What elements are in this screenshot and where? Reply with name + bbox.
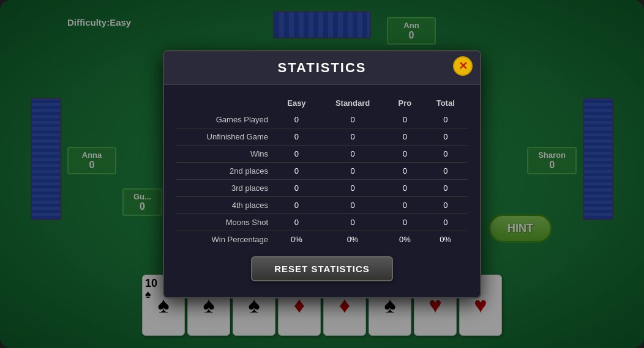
table-row: 2nd places 0 0 0 0 xyxy=(176,162,468,179)
col-pro: Pro xyxy=(386,95,423,111)
table-row: Games Played 0 0 0 0 xyxy=(176,111,468,128)
modal-overlay: STATISTICS ✕ Easy Standard Pro Total xyxy=(0,0,644,348)
table-row: Unfinished Game 0 0 0 0 xyxy=(176,128,468,145)
row-easy: 0% xyxy=(274,231,319,248)
statistics-table: Easy Standard Pro Total Games Played 0 0… xyxy=(176,95,468,248)
row-pro: 0% xyxy=(386,231,423,248)
reset-statistics-button[interactable]: RESET STATISTICS xyxy=(251,256,392,281)
row-easy: 0 xyxy=(274,162,319,179)
row-standard: 0% xyxy=(319,231,386,248)
row-pro: 0 xyxy=(386,162,423,179)
row-total: 0 xyxy=(424,213,468,231)
row-pro: 0 xyxy=(386,128,423,145)
row-standard: 0 xyxy=(319,196,386,213)
statistics-table-body: Games Played 0 0 0 0 Unfinished Game 0 0… xyxy=(176,111,468,248)
row-label: 3rd places xyxy=(176,179,274,196)
row-label: 2nd places xyxy=(176,162,274,179)
row-easy: 0 xyxy=(274,145,319,162)
row-total: 0 xyxy=(424,162,468,179)
table-row: Moons Shot 0 0 0 0 xyxy=(176,213,468,231)
row-pro: 0 xyxy=(386,196,423,213)
row-easy: 0 xyxy=(274,128,319,145)
row-label: Wins xyxy=(176,145,274,162)
statistics-modal: STATISTICS ✕ Easy Standard Pro Total xyxy=(163,50,481,298)
row-standard: 0 xyxy=(319,213,386,231)
row-label: Unfinished Game xyxy=(176,128,274,145)
close-button[interactable]: ✕ xyxy=(453,56,473,76)
modal-title: STATISTICS xyxy=(277,60,366,75)
close-icon: ✕ xyxy=(459,61,468,72)
row-pro: 0 xyxy=(386,111,423,128)
row-total: 0 xyxy=(424,128,468,145)
row-total: 0 xyxy=(424,196,468,213)
row-easy: 0 xyxy=(274,196,319,213)
row-total: 0% xyxy=(424,231,468,248)
table-row: Win Percentage 0% 0% 0% 0% xyxy=(176,231,468,248)
row-standard: 0 xyxy=(319,111,386,128)
device-frame: Difficulty:Easy Ann 0 Anna 0 Sharon 0 Gu… xyxy=(0,0,644,348)
row-standard: 0 xyxy=(319,145,386,162)
row-label: Win Percentage xyxy=(176,231,274,248)
row-standard: 0 xyxy=(319,128,386,145)
row-total: 0 xyxy=(424,179,468,196)
col-easy: Easy xyxy=(274,95,319,111)
col-standard: Standard xyxy=(319,95,386,111)
table-header-row: Easy Standard Pro Total xyxy=(176,95,468,111)
row-total: 0 xyxy=(424,145,468,162)
table-row: 4th places 0 0 0 0 xyxy=(176,196,468,213)
row-easy: 0 xyxy=(274,111,319,128)
row-standard: 0 xyxy=(319,179,386,196)
modal-body: Easy Standard Pro Total Games Played 0 0… xyxy=(164,85,480,297)
row-label: Moons Shot xyxy=(176,213,274,231)
row-easy: 0 xyxy=(274,213,319,231)
row-easy: 0 xyxy=(274,179,319,196)
row-label: 4th places xyxy=(176,196,274,213)
col-label xyxy=(176,95,274,111)
table-row: 3rd places 0 0 0 0 xyxy=(176,179,468,196)
reset-button-row: RESET STATISTICS xyxy=(176,248,468,287)
row-pro: 0 xyxy=(386,213,423,231)
modal-header: STATISTICS ✕ xyxy=(164,51,480,85)
row-pro: 0 xyxy=(386,145,423,162)
row-total: 0 xyxy=(424,111,468,128)
row-label: Games Played xyxy=(176,111,274,128)
row-pro: 0 xyxy=(386,179,423,196)
col-total: Total xyxy=(424,95,468,111)
table-row: Wins 0 0 0 0 xyxy=(176,145,468,162)
row-standard: 0 xyxy=(319,162,386,179)
